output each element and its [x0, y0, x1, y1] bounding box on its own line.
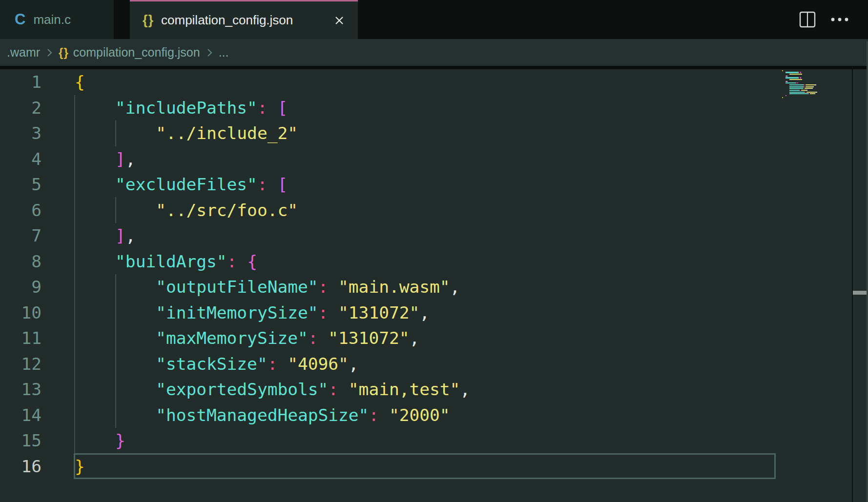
code-lines: 1{2 "includePaths": [3 "../include_2"4 ]… — [0, 69, 868, 479]
code-editor[interactable]: 1{2 "includePaths": [3 "../include_2"4 ]… — [0, 69, 868, 502]
line-number[interactable]: 16 — [0, 454, 41, 480]
code-text: "includePaths": [ — [41, 98, 288, 118]
tab-bar: C main.c {} compilation_config.json — [0, 0, 868, 39]
code-line-5[interactable]: 5 "excludeFiles": [ — [0, 172, 868, 198]
code-line-9[interactable]: 9 "outputFileName": "main.wasm", — [0, 274, 868, 300]
code-line-16[interactable]: 16} — [0, 454, 868, 480]
code-text: "../src/foo.c" — [41, 201, 298, 220]
editor-window: C main.c {} compilation_config.json — [0, 0, 868, 502]
breadcrumb-file[interactable]: compilation_config.json — [73, 45, 200, 60]
line-number[interactable]: 14 — [0, 402, 41, 428]
code-text: "../include_2" — [41, 123, 298, 143]
tab-main-c[interactable]: C main.c — [0, 0, 114, 39]
code-line-1[interactable]: 1{ — [0, 69, 868, 95]
line-number[interactable]: 6 — [0, 198, 41, 223]
code-text: } — [41, 431, 125, 450]
line-number[interactable]: 13 — [0, 377, 41, 402]
tab-compilation-config-json[interactable]: {} compilation_config.json — [130, 0, 358, 39]
json-braces-icon: {} — [59, 46, 69, 60]
code-text: ], — [41, 149, 136, 169]
code-line-15[interactable]: 15 } — [0, 428, 868, 454]
json-braces-icon: {} — [143, 13, 154, 28]
code-line-3[interactable]: 3 "../include_2" — [0, 120, 868, 146]
code-line-11[interactable]: 11 "maxMemorySize": "131072", — [0, 325, 868, 351]
line-number[interactable]: 8 — [0, 249, 41, 275]
c-file-icon: C — [15, 11, 25, 28]
breadcrumb-folder[interactable]: .wamr — [7, 45, 40, 60]
tab-label: compilation_config.json — [161, 13, 293, 28]
code-text: "outputFileName": "main.wasm", — [41, 277, 460, 297]
chevron-right-icon — [205, 47, 214, 59]
code-line-14[interactable]: 14 "hostManagedHeapSize": "2000" — [0, 402, 868, 428]
line-number[interactable]: 7 — [0, 223, 41, 249]
line-number[interactable]: 3 — [0, 120, 41, 146]
more-actions-icon[interactable] — [830, 17, 850, 22]
code-line-13[interactable]: 13 "exportedSymbols": "main,test", — [0, 377, 868, 402]
split-editor-icon[interactable] — [799, 11, 816, 28]
tab-label: main.c — [33, 12, 71, 27]
chevron-right-icon — [44, 47, 54, 59]
breadcrumb: .wamr {} compilation_config.json ... — [0, 39, 868, 66]
line-number[interactable]: 10 — [0, 300, 41, 326]
line-number[interactable]: 15 — [0, 428, 41, 454]
breadcrumb-symbol-ellipsis[interactable]: ... — [219, 45, 229, 60]
line-number[interactable]: 12 — [0, 351, 41, 377]
code-text: ], — [41, 226, 136, 245]
code-text: "maxMemorySize": "131072", — [41, 328, 419, 348]
line-number[interactable]: 1 — [0, 69, 41, 95]
code-text: { — [41, 72, 85, 92]
close-tab-icon[interactable] — [333, 15, 345, 26]
line-number[interactable]: 9 — [0, 274, 41, 300]
code-line-7[interactable]: 7 ], — [0, 223, 868, 249]
code-line-12[interactable]: 12 "stackSize": "4096", — [0, 351, 868, 377]
line-number[interactable]: 11 — [0, 325, 41, 351]
line-number[interactable]: 2 — [0, 95, 41, 121]
code-text: "initMemorySize": "131072", — [41, 303, 430, 322]
editor-actions — [799, 0, 850, 39]
code-line-8[interactable]: 8 "buildArgs": { — [0, 249, 868, 275]
line-number[interactable]: 5 — [0, 172, 41, 198]
code-text: "buildArgs": { — [41, 252, 257, 271]
code-text: "hostManagedHeapSize": "2000" — [41, 405, 450, 425]
line-number[interactable]: 4 — [0, 146, 41, 172]
code-line-10[interactable]: 10 "initMemorySize": "131072", — [0, 300, 868, 326]
code-line-6[interactable]: 6 "../src/foo.c" — [0, 198, 868, 223]
code-text: } — [41, 457, 85, 476]
code-line-2[interactable]: 2 "includePaths": [ — [0, 95, 868, 121]
code-text: "stackSize": "4096", — [41, 354, 359, 374]
code-line-4[interactable]: 4 ], — [0, 146, 868, 172]
code-text: "exportedSymbols": "main,test", — [41, 380, 470, 399]
code-text: "excludeFiles": [ — [41, 175, 288, 194]
breadcrumb-shadow — [0, 66, 868, 69]
